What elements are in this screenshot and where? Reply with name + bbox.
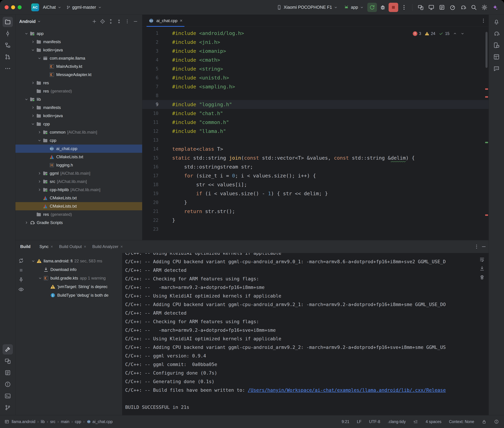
chevron-down-icon[interactable] bbox=[36, 56, 43, 61]
code-line[interactable]: 4#include <cmath> bbox=[142, 56, 488, 64]
tree-item-manifests[interactable]: manifests bbox=[16, 38, 142, 46]
tree-item-gradle-scripts[interactable]: Gradle Scripts bbox=[16, 219, 142, 227]
line-separator-widget[interactable]: LF bbox=[357, 420, 361, 424]
code-line[interactable]: 20 } bbox=[142, 198, 488, 207]
tree-item-app[interactable]: app bbox=[16, 29, 142, 38]
code-line[interactable]: 7#include <sampling.h> bbox=[142, 82, 488, 91]
code-line[interactable]: 9#include "logging.h" bbox=[142, 100, 488, 109]
tree-item-res[interactable]: res(generated) bbox=[16, 87, 142, 95]
code-line[interactable]: 5#include <string> bbox=[142, 64, 488, 73]
stop-build-button[interactable] bbox=[18, 267, 24, 273]
code-line[interactable]: 13 bbox=[142, 136, 488, 145]
project-view-selector[interactable]: Android bbox=[19, 19, 41, 24]
view-options-button[interactable] bbox=[18, 287, 24, 292]
close-tab-icon[interactable]: × bbox=[180, 18, 182, 23]
breadcrumb-item[interactable]: lib bbox=[41, 420, 45, 424]
build-tab-build-output[interactable]: Build Output× bbox=[56, 240, 89, 253]
tree-item-res[interactable]: res(generated) bbox=[16, 210, 142, 219]
code-line[interactable]: 12#include "llama.h" bbox=[142, 127, 488, 136]
chevron-down-icon[interactable] bbox=[37, 276, 43, 280]
chevron-right-icon[interactable] bbox=[36, 130, 43, 135]
tree-item-messageadapter-kt[interactable]: MessageAdapter.kt bbox=[16, 71, 142, 79]
build-options-icon[interactable] bbox=[474, 244, 479, 249]
tree-item-build-gradle-kts[interactable]: build.gradle.ktsapp 1 warning bbox=[27, 274, 122, 282]
tree-item-kotlin-java[interactable]: kotlin+java bbox=[16, 112, 142, 120]
notifications-tool-button[interactable] bbox=[491, 17, 502, 27]
code-line[interactable]: 21 return str.str(); bbox=[142, 207, 488, 216]
tree-item-cmakelists-txt[interactable]: CMakeLists.txt bbox=[16, 202, 142, 210]
chevron-down-icon[interactable] bbox=[30, 48, 36, 52]
next-problem-icon[interactable] bbox=[461, 32, 465, 36]
build-console[interactable]: C/C++: -- Using KleidiAI optimized kerne… bbox=[122, 253, 488, 415]
code-line[interactable]: 19 if (i < values.size() - 1) { str << d… bbox=[142, 189, 488, 198]
tree-item-res[interactable]: res bbox=[16, 79, 142, 87]
editor-tab-ai-chat-cpp[interactable]: C++ ai_chat.cpp × bbox=[145, 15, 186, 27]
tree-item-cpp-httplib[interactable]: cpp-httplib[AiChat.lib.main] bbox=[16, 186, 142, 194]
code-line[interactable]: 23 bbox=[142, 225, 488, 234]
scroll-to-end-button[interactable] bbox=[479, 266, 485, 271]
running-devices-tool-button[interactable] bbox=[3, 356, 13, 366]
chevron-right-icon[interactable] bbox=[30, 113, 36, 118]
tree-item-logging-h[interactable]: logging.h bbox=[16, 161, 142, 169]
tree-item-manifests[interactable]: manifests bbox=[16, 103, 142, 112]
chevron-down-icon[interactable] bbox=[23, 97, 29, 102]
breadcrumb-item[interactable]: llama.android bbox=[12, 420, 35, 424]
structure-tool-button[interactable] bbox=[3, 40, 13, 50]
error-stripe[interactable] bbox=[485, 27, 488, 240]
terminal-tool-button[interactable] bbox=[3, 391, 13, 401]
more-run-actions-button[interactable] bbox=[399, 3, 409, 12]
logcat-button[interactable] bbox=[437, 3, 447, 12]
code-line[interactable]: 22} bbox=[142, 216, 488, 225]
tree-item-ai-chat-cpp[interactable]: C++ai_chat.cpp bbox=[16, 145, 142, 153]
ai-assistant-button[interactable] bbox=[490, 3, 500, 12]
expand-all-button[interactable] bbox=[107, 17, 115, 25]
hide-project-panel-button[interactable] bbox=[132, 17, 139, 25]
tree-item-lib[interactable]: lib bbox=[16, 95, 142, 103]
project-tool-button[interactable] bbox=[3, 17, 13, 27]
tree-item-com-example-llama[interactable]: com.example.llama bbox=[16, 54, 142, 62]
tree-item-llama-android-fi[interactable]: llama.android: fi22 sec, 583 ms bbox=[27, 257, 122, 265]
caret-position-widget[interactable]: 9:21 bbox=[342, 420, 349, 424]
chevron-down-icon[interactable] bbox=[23, 31, 29, 36]
commit-tool-button[interactable] bbox=[3, 28, 13, 39]
chevron-right-icon[interactable] bbox=[36, 171, 43, 176]
tree-item-buildtype-debug-is-both-de[interactable]: BuildType 'debug' is both de bbox=[27, 291, 122, 300]
locate-file-button[interactable] bbox=[99, 17, 106, 25]
tree-item-src[interactable]: src[AiChat.lib.main] bbox=[16, 177, 142, 186]
chevron-right-icon[interactable] bbox=[23, 220, 29, 225]
encoding-widget[interactable]: UTF-8 bbox=[369, 420, 380, 424]
close-tab-icon[interactable]: × bbox=[120, 244, 123, 249]
problems-tool-button[interactable] bbox=[3, 379, 13, 389]
version-control-tool-button[interactable] bbox=[3, 403, 13, 413]
device-mirroring-button[interactable] bbox=[416, 3, 426, 12]
chevron-down-icon[interactable] bbox=[30, 259, 36, 263]
rerun-sync-button[interactable] bbox=[18, 258, 24, 263]
pull-requests-tool-button[interactable] bbox=[3, 52, 13, 62]
build-tool-button[interactable] bbox=[3, 344, 13, 354]
tree-item-kotlin-java[interactable]: kotlin+java bbox=[16, 46, 142, 54]
tree-item-cpp[interactable]: cpp bbox=[16, 120, 142, 128]
chevron-right-icon[interactable] bbox=[30, 39, 36, 44]
settings-button[interactable] bbox=[480, 3, 489, 12]
zoom-window-button[interactable] bbox=[18, 5, 22, 9]
tree-item--jvmtarget-string-is-deprec[interactable]: 'jvmTarget: String' is deprec bbox=[27, 282, 122, 291]
project-avatar[interactable]: AC bbox=[31, 3, 39, 11]
code-line[interactable]: 17 for (size_t i = 0; i < values.size();… bbox=[142, 171, 488, 180]
code-line[interactable]: 8 bbox=[142, 91, 488, 100]
breadcrumb-item[interactable]: src bbox=[50, 420, 55, 424]
chevron-down-icon[interactable] bbox=[36, 138, 43, 143]
search-everywhere-button[interactable] bbox=[469, 3, 479, 12]
chevron-right-icon[interactable] bbox=[30, 105, 36, 110]
inspections-widget[interactable]: !3 24 15 bbox=[411, 31, 466, 37]
code-line[interactable]: 16 std::ostringstream str; bbox=[142, 162, 488, 171]
branch-selector[interactable]: ggml-master bbox=[64, 3, 104, 11]
tree-item-common[interactable]: common[AiChat.lib.main] bbox=[16, 128, 142, 136]
close-tab-icon[interactable]: × bbox=[84, 244, 86, 249]
stop-button[interactable] bbox=[389, 3, 398, 12]
breadcrumb-item[interactable]: cpp bbox=[75, 420, 81, 424]
code-line[interactable]: 18 str << values[i]; bbox=[142, 180, 488, 189]
code-line[interactable]: 14template<class T> bbox=[142, 145, 488, 153]
chevron-right-icon[interactable] bbox=[30, 81, 36, 85]
code-line[interactable]: 11#include "common.h" bbox=[142, 118, 488, 127]
indent-widget[interactable]: 4 spaces bbox=[426, 420, 441, 424]
